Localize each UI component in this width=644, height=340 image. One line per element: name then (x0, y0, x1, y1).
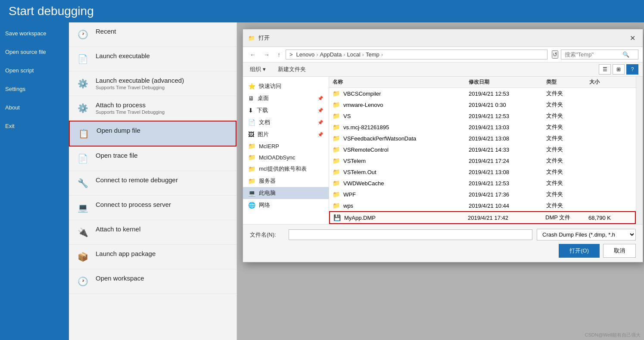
sidebar-item-settings[interactable]: Settings (0, 80, 69, 98)
nav-servers[interactable]: 📁 服务器 (243, 175, 329, 187)
organize-button[interactable]: 组织 ▾ (247, 64, 268, 75)
file-row[interactable]: 📁 VBCSCompiler 2019/4/21 12:53 文件夹 (329, 88, 636, 99)
sidebar-item-open-source-file[interactable]: Open source file (0, 43, 69, 61)
file-row[interactable]: 📁 VSFeedbackPerfWatsonData 2019/4/21 13:… (329, 133, 636, 144)
search-input[interactable] (565, 51, 621, 58)
filename-row: 文件名(N): Crash Dump Files (*.dmp, *.h (250, 229, 636, 240)
col-type[interactable]: 类型 (546, 78, 589, 86)
search-submit-icon[interactable]: 🔍 (622, 51, 629, 58)
file-row[interactable]: 📁 VSRemoteControl 2019/4/21 14:33 文件夹 (329, 144, 636, 155)
nav-desktop[interactable]: 🖥 桌面 📌 (243, 92, 329, 104)
sidebar-item-open-script[interactable]: Open script (0, 61, 69, 80)
file-list-header: 名称 修改日期 类型 大小 (329, 77, 636, 88)
option-attach-process-title: Attach to process (96, 101, 165, 109)
view-button-icons[interactable]: ⊞ (613, 64, 625, 75)
sidebar-item-save-workspace[interactable]: Save workspace (0, 24, 69, 43)
quick-access-icon: ⭐ (248, 83, 255, 90)
file-type: 文件夹 (546, 168, 589, 176)
file-row[interactable]: 📁 vmware-Lenovo 2019/4/21 0:30 文件夹 (329, 99, 636, 110)
refresh-button[interactable]: ↺ (552, 50, 558, 59)
file-row[interactable]: 📁 WPF 2019/4/21 17:36 文件夹 (329, 189, 636, 200)
option-recent[interactable]: 🕐 Recent (69, 22, 236, 47)
file-row[interactable]: 📁 VSTelem.Out 2019/4/21 13:08 文件夹 (329, 166, 636, 178)
file-type: DMP 文件 (545, 214, 588, 221)
option-launch-app-title: Launch app package (96, 250, 156, 257)
nav-quick-access[interactable]: ⭐ 快速访问 (243, 80, 329, 92)
file-row[interactable]: 📁 VWDWebCache 2019/4/21 12:53 文件夹 (329, 178, 636, 189)
nav-downloads[interactable]: ⬇ 下载 📌 (243, 104, 329, 116)
help-button[interactable]: ? (626, 64, 638, 75)
option-launch-app-package[interactable]: 📦 Launch app package (69, 245, 236, 269)
servers-icon: 📁 (248, 178, 255, 184)
nav-back-button[interactable]: ← (247, 50, 258, 59)
downloads-icon: ⬇ (248, 107, 253, 114)
option-open-dump-file[interactable]: 📋 Open dump file (69, 121, 236, 147)
new-folder-button[interactable]: 新建文件夹 (275, 64, 308, 75)
file-icon: 📁 (333, 168, 340, 175)
file-icon: 💾 (333, 214, 341, 221)
path-separator-start: > (289, 51, 293, 58)
option-open-trace-title: Open trace file (96, 152, 138, 159)
open-button[interactable]: 打开(O) (559, 244, 600, 258)
option-open-dump-title: Open dump file (96, 127, 140, 134)
option-open-trace-file[interactable]: 📄 Open trace file (69, 147, 236, 171)
dialog-body: ⭐ 快速访问 🖥 桌面 📌 ⬇ 下载 📌 (243, 77, 643, 224)
file-date: 2019/4/21 12:53 (469, 113, 546, 119)
dialog-close-button[interactable]: ✕ (627, 33, 638, 43)
page-title: Start debugging (9, 4, 94, 18)
option-connect-process-server[interactable]: 💻 Connect to process server (69, 196, 236, 220)
filetype-select[interactable]: Crash Dump Files (*.dmp, *.h (537, 229, 636, 240)
file-row[interactable]: 📁 VS 2019/4/21 12:53 文件夹 (329, 110, 636, 122)
file-row[interactable]: 📁 vs.mcj-821261895 2019/4/21 13:03 文件夹 (329, 122, 636, 133)
nav-mclERP[interactable]: 📁 MclERP (243, 140, 329, 152)
dialog-folder-icon: 📁 (248, 35, 255, 41)
file-name: VSFeedbackPerfWatsonData (343, 135, 416, 142)
file-type: 文件夹 (546, 179, 589, 187)
file-name: WPF (343, 191, 356, 198)
address-path[interactable]: > Lenovo › AppData › Local › Temp › (286, 50, 548, 59)
nav-documents[interactable]: 📄 文档 📌 (243, 116, 329, 128)
file-row[interactable]: 💾 MyApp.DMP 2019/4/21 17:42 DMP 文件 68,79… (329, 211, 636, 224)
option-attach-kernel[interactable]: 🔌 Attach to kernel (69, 220, 236, 245)
file-date: 2019/4/21 12:53 (469, 180, 546, 187)
nav-mcl-accounts[interactable]: 📁 mcl提供的账号和表 (243, 163, 329, 175)
option-connect-process-server-title: Connect to process server (96, 201, 171, 208)
option-launch-executable-advanced[interactable]: ⚙️ Launch executable (advanced) Supports… (69, 72, 236, 96)
file-name: VS (343, 113, 351, 119)
file-icon: 📁 (333, 112, 340, 119)
nav-forward-button[interactable]: → (261, 50, 272, 59)
sidebar-item-about[interactable]: About (0, 98, 69, 117)
nav-pictures[interactable]: 🖼 图片 📌 (243, 128, 329, 140)
file-name: wps (343, 203, 353, 209)
col-name[interactable]: 名称 (333, 78, 469, 86)
file-row[interactable]: 📁 wps 2019/4/21 10:44 文件夹 (329, 200, 636, 211)
file-date: 2019/4/21 12:53 (469, 90, 546, 97)
filename-input[interactable] (289, 229, 532, 240)
view-button-list[interactable]: ☰ (599, 64, 611, 75)
nav-mclOADbSync[interactable]: 📁 MclOADbSync (243, 152, 329, 163)
vertical-scrollbar[interactable] (636, 77, 643, 224)
nav-network[interactable]: 🌐 网络 (243, 199, 329, 211)
file-row[interactable]: 📁 VSTelem 2019/4/21 17:24 文件夹 (329, 155, 636, 166)
file-date: 2019/4/21 0:30 (469, 102, 546, 108)
option-connect-remote-debugger[interactable]: 🔧 Connect to remote debugger (69, 171, 236, 196)
option-launch-executable[interactable]: 📄 Launch executable (69, 47, 236, 72)
sidebar-item-exit[interactable]: Exit (0, 117, 69, 135)
option-open-workspace-title: Open workspace (96, 274, 144, 282)
option-connect-remote-title: Connect to remote debugger (96, 176, 178, 184)
content-area: 🕐 Recent 📄 Launch executable ⚙️ Launch e… (69, 22, 644, 340)
page-header: Start debugging (0, 0, 644, 22)
cancel-button[interactable]: 取消 (603, 244, 636, 258)
col-date[interactable]: 修改日期 (469, 78, 546, 86)
option-attach-to-process[interactable]: ⚙️ Attach to process Supports Time Trave… (69, 96, 236, 121)
option-open-workspace[interactable]: 🕐 Open workspace (69, 269, 236, 294)
option-recent-title: Recent (96, 28, 116, 35)
nav-this-pc[interactable]: 💻 此电脑 (243, 187, 329, 199)
dialog-bottom-bar: 文件名(N): Crash Dump Files (*.dmp, *.h 打开(… (243, 224, 643, 262)
path-part-lenovo: Lenovo (296, 51, 315, 58)
nav-up-button[interactable]: ↑ (275, 50, 283, 59)
col-size[interactable]: 大小 (589, 78, 632, 86)
file-size: 68,790 K (588, 215, 632, 221)
file-type: 文件夹 (546, 90, 589, 97)
file-date: 2019/4/21 13:08 (469, 135, 546, 142)
